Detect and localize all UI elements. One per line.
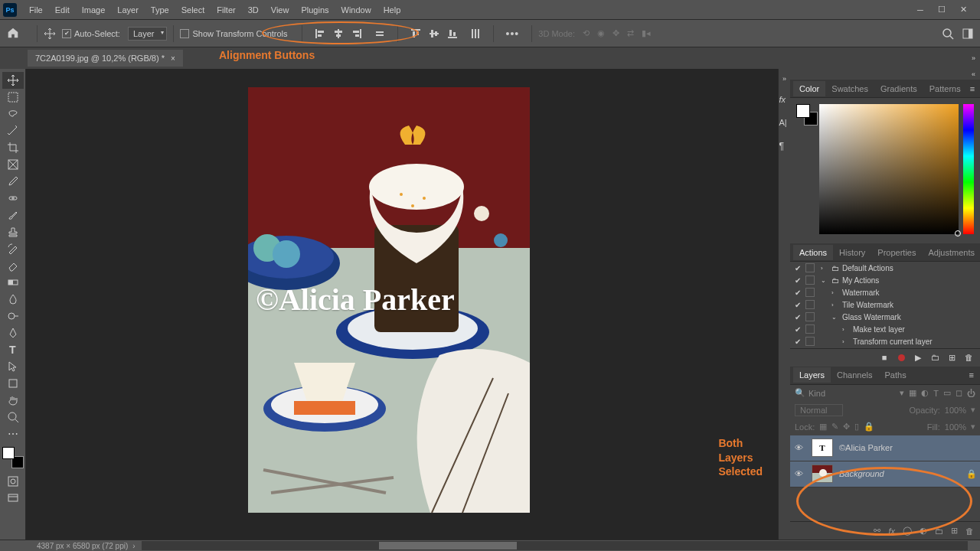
tab-properties[interactable]: Properties: [871, 245, 922, 260]
action-row[interactable]: ✔›Tile Watermark: [790, 298, 980, 311]
tab-channels[interactable]: Channels: [831, 367, 878, 383]
pen-tool[interactable]: [2, 324, 24, 341]
align-right-icon[interactable]: [350, 27, 364, 41]
menu-edit[interactable]: Edit: [49, 2, 76, 18]
layer-name[interactable]: ©Alicia Parker: [839, 443, 975, 452]
maximize-button[interactable]: ☐: [936, 5, 948, 15]
group-icon[interactable]: 🗀: [935, 527, 943, 536]
filter-shape-icon[interactable]: ▭: [943, 388, 951, 398]
layers-panel-menu-icon[interactable]: ≡: [966, 370, 977, 380]
more-options-icon[interactable]: •••: [506, 28, 520, 40]
layer-item[interactable]: 👁T©Alicia Parker: [790, 435, 980, 461]
foreground-color-swatch[interactable]: [2, 447, 15, 459]
align-top-icon[interactable]: [409, 27, 423, 41]
panel-collapse-icon[interactable]: «: [790, 69, 980, 80]
align-bottom-icon[interactable]: [446, 27, 459, 41]
action-record-icon[interactable]: [896, 352, 906, 363]
show-transform-checkbox[interactable]: [180, 29, 189, 38]
blend-mode-dropdown[interactable]: Normal: [795, 404, 843, 416]
color-swatch-pair[interactable]: [796, 104, 815, 237]
tab-history[interactable]: History: [833, 245, 871, 260]
hue-slider[interactable]: [963, 104, 974, 234]
layer-item[interactable]: 👁Background🔒: [790, 461, 980, 487]
color-field[interactable]: [819, 104, 959, 234]
visibility-icon[interactable]: 👁: [795, 469, 805, 478]
delete-layer-icon[interactable]: 🗑: [965, 527, 974, 536]
menu-file[interactable]: File: [23, 2, 49, 18]
zoom-tool[interactable]: [2, 409, 24, 425]
menu-help[interactable]: Help: [377, 2, 407, 18]
action-new-icon[interactable]: ⊞: [946, 352, 957, 363]
document-tab-close-icon[interactable]: ×: [171, 54, 175, 63]
brush-tool[interactable]: [2, 207, 24, 223]
filter-toggle-icon[interactable]: ⏻: [967, 389, 975, 398]
lock-pixels-icon[interactable]: ▦: [819, 422, 827, 432]
marquee-tool[interactable]: [2, 89, 24, 106]
document-tab[interactable]: 7C2A0199.jpg @ 10,2% (RGB/8) * ×: [28, 50, 183, 67]
tab-actions[interactable]: Actions: [793, 245, 833, 260]
layer-name[interactable]: Background: [839, 469, 960, 478]
action-newset-icon[interactable]: 🗀: [929, 352, 940, 363]
filter-adjust-icon[interactable]: ◐: [921, 388, 929, 398]
tab-patterns[interactable]: Patterns: [923, 81, 967, 96]
quick-mask-icon[interactable]: [2, 473, 24, 490]
filter-type-icon[interactable]: T: [933, 389, 939, 398]
canvas[interactable]: ©Alicia Parker Both Layers Selected: [26, 69, 778, 540]
color-panel-menu-icon[interactable]: ≡: [967, 84, 978, 93]
3d-camera-icon[interactable]: ▮◂: [642, 28, 651, 38]
tab-paths[interactable]: Paths: [879, 367, 913, 383]
layer-kind-filter[interactable]: 🔍Kind▾: [795, 388, 904, 398]
menu-plugins[interactable]: Plugins: [295, 2, 335, 18]
action-row[interactable]: ✔⌄🗀My Actions: [790, 274, 980, 286]
hand-tool[interactable]: [2, 392, 24, 409]
menu-layer[interactable]: Layer: [111, 2, 145, 18]
align-left-icon[interactable]: [313, 27, 327, 41]
align-hcenter-icon[interactable]: [332, 27, 345, 41]
tab-swatches[interactable]: Swatches: [825, 81, 874, 96]
tab-color[interactable]: Color: [793, 81, 825, 96]
screen-mode-icon[interactable]: [2, 490, 24, 507]
gradient-tool[interactable]: [2, 274, 24, 291]
path-select-tool[interactable]: [2, 358, 24, 375]
character-panel-icon[interactable]: A|: [779, 118, 790, 129]
eraser-tool[interactable]: [2, 257, 24, 274]
3d-slide-icon[interactable]: ⇄: [627, 28, 634, 38]
blur-tool[interactable]: [2, 291, 24, 308]
tab-layers[interactable]: Layers: [793, 367, 831, 383]
action-row[interactable]: ✔›🗀Default Actions: [790, 262, 980, 274]
filter-smart-icon[interactable]: ◻: [956, 388, 962, 398]
edit-toolbar-icon[interactable]: ⋯: [2, 425, 24, 442]
doc-info-chevron-icon[interactable]: ›: [132, 542, 135, 550]
eyedropper-tool[interactable]: [2, 173, 24, 190]
action-row[interactable]: ✔›Make text layer: [790, 323, 980, 335]
frame-tool[interactable]: [2, 156, 24, 173]
action-row[interactable]: ✔⌄Glass Watermark: [790, 311, 980, 323]
action-play-icon[interactable]: ▶: [913, 352, 923, 363]
lock-brush-icon[interactable]: ✎: [831, 422, 838, 432]
align-vcenter-icon[interactable]: [427, 27, 441, 41]
menu-type[interactable]: Type: [145, 2, 175, 18]
wand-tool[interactable]: [2, 122, 24, 139]
menu-view[interactable]: View: [265, 2, 296, 18]
3d-orbit-icon[interactable]: ⟲: [583, 28, 590, 38]
tab-gradients[interactable]: Gradients: [874, 81, 923, 96]
fx-panel-icon[interactable]: fx: [779, 95, 790, 106]
type-tool[interactable]: T: [2, 341, 24, 358]
home-icon[interactable]: [6, 26, 21, 41]
align-more-icon[interactable]: [373, 27, 387, 41]
action-delete-icon[interactable]: 🗑: [963, 352, 974, 363]
workspace-switcher-icon[interactable]: [962, 28, 974, 40]
stamp-tool[interactable]: [2, 223, 24, 240]
menu-select[interactable]: Select: [175, 2, 211, 18]
close-button[interactable]: ✕: [957, 5, 969, 15]
dodge-tool[interactable]: [2, 308, 24, 324]
auto-select-dropdown[interactable]: Layer: [128, 27, 168, 41]
dock-expand-icon[interactable]: »: [782, 75, 786, 83]
move-tool[interactable]: [2, 72, 24, 89]
lock-artboard-icon[interactable]: ▯: [854, 422, 859, 432]
history-brush-tool[interactable]: [2, 240, 24, 257]
distribute-icon[interactable]: [469, 27, 482, 41]
lock-all-icon[interactable]: 🔒: [864, 422, 874, 432]
lasso-tool[interactable]: [2, 106, 24, 122]
link-layers-icon[interactable]: ⚯: [874, 526, 880, 536]
